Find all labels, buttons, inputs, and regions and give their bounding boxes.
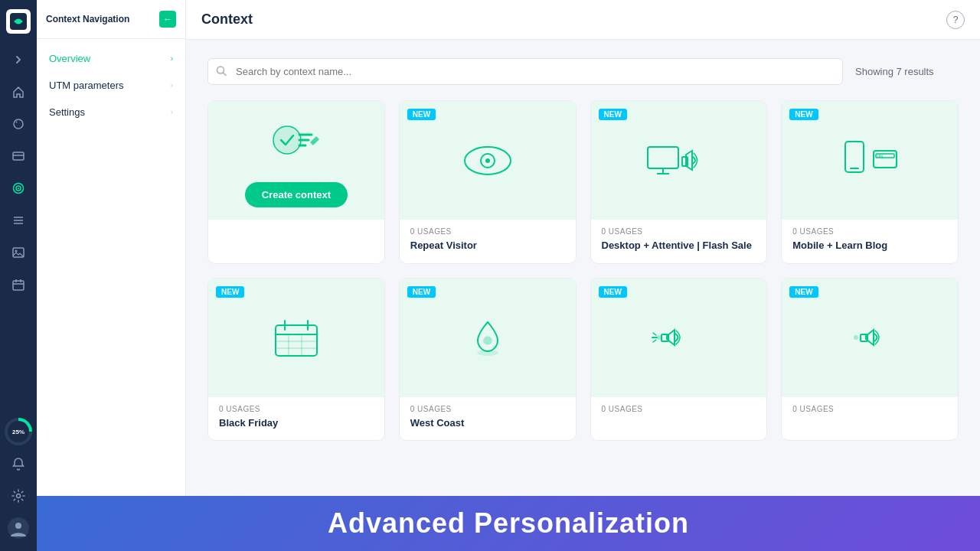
card-usages: 0 USAGES xyxy=(410,405,565,413)
svg-text:URL: URL xyxy=(877,154,884,158)
create-context-card[interactable]: Create context xyxy=(207,100,385,264)
svg-rect-13 xyxy=(13,281,24,290)
card-body: 0 USAGES xyxy=(591,397,767,427)
nav-gear-icon[interactable] xyxy=(5,482,32,510)
new-badge: NEW xyxy=(789,286,818,298)
svg-point-12 xyxy=(15,250,18,253)
nav-home-icon[interactable] xyxy=(5,78,32,106)
speaker-card-1[interactable]: NEW 0 USAGES xyxy=(590,278,768,442)
new-badge: NEW xyxy=(599,286,627,298)
search-input[interactable] xyxy=(207,58,843,85)
svg-point-54 xyxy=(854,335,858,340)
card-body: 0 USAGES Desktop + Attentive | Flash Sal… xyxy=(591,220,767,263)
card-title: Black Friday xyxy=(219,416,374,430)
svg-point-7 xyxy=(18,187,19,189)
west-coast-card[interactable]: NEW 0 USAGES West Coast xyxy=(399,278,577,442)
svg-point-47 xyxy=(477,350,498,356)
nav-list-icon[interactable] xyxy=(5,207,32,234)
card-title: Repeat Visitor xyxy=(410,239,565,253)
results-count: Showing 7 results xyxy=(855,66,934,77)
svg-point-1 xyxy=(14,119,23,129)
nav-target-icon[interactable] xyxy=(5,174,32,202)
svg-point-22 xyxy=(273,126,301,154)
page-title: Context xyxy=(201,11,253,28)
card-usages: 0 USAGES xyxy=(792,405,947,413)
sidebar-title: Context Navigation xyxy=(46,14,129,24)
chevron-right-icon: › xyxy=(171,81,173,90)
nav-tag-icon[interactable] xyxy=(5,110,32,138)
nav-avatar[interactable] xyxy=(5,514,32,542)
speaker-card-2[interactable]: NEW 0 USAGES xyxy=(781,278,959,442)
create-card-thumb: Create context xyxy=(208,101,384,220)
mobile-learn-blog-card[interactable]: NEW URL 0 USAGES Mobile + Learn Blog xyxy=(781,100,959,264)
card-body: 0 USAGES Mobile + Learn Blog xyxy=(782,220,958,263)
svg-point-2 xyxy=(16,122,18,123)
banner-text: Advanced Personalization xyxy=(328,507,689,540)
repeat-visitor-card[interactable]: NEW 0 USAGES Repeat Visitor xyxy=(399,100,577,264)
chevron-right-icon: › xyxy=(171,108,173,116)
nav-rail: 25% xyxy=(0,0,37,551)
card-title: Mobile + Learn Blog xyxy=(792,239,947,253)
nav-layout-icon[interactable] xyxy=(5,142,32,170)
card-body: 0 USAGES Black Friday xyxy=(208,397,384,441)
nav-calendar-icon[interactable] xyxy=(5,271,32,298)
nav-forward-icon[interactable] xyxy=(5,46,32,73)
nav-image-icon[interactable] xyxy=(5,239,32,266)
sidebar-item-settings[interactable]: Settings › xyxy=(37,99,185,126)
svg-line-51 xyxy=(653,333,656,335)
cards-grid: Create context NEW 0 USAGES Repeat Visit… xyxy=(207,100,959,441)
desktop-flash-sale-card[interactable]: NEW 0 USAGES D xyxy=(590,100,768,264)
card-title: West Coast xyxy=(410,416,565,430)
search-input-wrap xyxy=(207,58,843,85)
content-area: Showing 7 results Create context xyxy=(186,40,980,551)
sidebar: Context Navigation ← Overview › UTM para… xyxy=(37,0,186,551)
topbar: Context ? xyxy=(186,0,980,40)
sidebar-item-overview[interactable]: Overview › xyxy=(37,45,185,72)
main-area: Context ? Showing 7 results xyxy=(186,0,980,551)
help-button[interactable]: ? xyxy=(946,11,965,29)
new-badge: NEW xyxy=(789,109,818,120)
card-title: Desktop + Attentive | Flash Sale xyxy=(602,239,756,253)
svg-point-19 xyxy=(15,523,21,529)
svg-point-17 xyxy=(17,494,21,498)
new-badge: NEW xyxy=(599,109,627,120)
card-usages: 0 USAGES xyxy=(792,227,947,236)
sidebar-nav: Overview › UTM parameters › Settings › xyxy=(37,39,185,132)
nav-bell-icon[interactable] xyxy=(5,450,32,478)
svg-point-28 xyxy=(485,158,490,163)
chevron-right-icon: › xyxy=(171,54,173,63)
card-body: 0 USAGES xyxy=(782,397,958,427)
new-badge: NEW xyxy=(216,286,244,298)
create-context-button[interactable]: Create context xyxy=(245,182,348,207)
card-usages: 0 USAGES xyxy=(602,405,756,413)
new-badge: NEW xyxy=(407,286,436,298)
search-bar-row: Showing 7 results xyxy=(207,58,959,85)
new-badge: NEW xyxy=(407,109,436,120)
card-body: 0 USAGES Repeat Visitor xyxy=(400,220,576,263)
card-usages: 0 USAGES xyxy=(219,405,374,413)
svg-point-46 xyxy=(484,337,492,344)
black-friday-card[interactable]: NEW 0 USAGES B xyxy=(207,278,385,442)
card-usages: 0 USAGES xyxy=(410,227,565,236)
sidebar-header: Context Navigation ← xyxy=(37,0,185,39)
sidebar-back-button[interactable]: ← xyxy=(159,11,176,28)
svg-rect-3 xyxy=(13,152,24,160)
svg-rect-38 xyxy=(276,325,317,356)
card-usages: 0 USAGES xyxy=(602,227,756,236)
bottom-banner: Advanced Personalization xyxy=(37,496,980,551)
svg-line-21 xyxy=(224,73,227,76)
progress-indicator: 25% xyxy=(5,418,32,445)
sidebar-item-utm[interactable]: UTM parameters › xyxy=(37,72,185,99)
card-body: 0 USAGES West Coast xyxy=(400,397,576,441)
app-logo xyxy=(6,9,31,34)
svg-rect-29 xyxy=(648,147,678,168)
svg-line-52 xyxy=(653,340,656,342)
search-icon xyxy=(216,65,227,78)
